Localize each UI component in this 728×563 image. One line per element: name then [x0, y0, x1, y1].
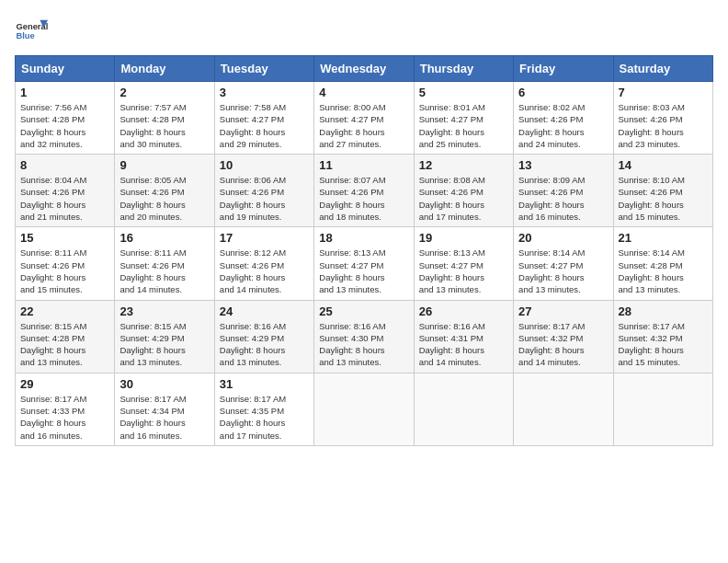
calendar-cell: 25Sunrise: 8:16 AM Sunset: 4:30 PM Dayli…: [314, 300, 414, 373]
calendar-cell: 20Sunrise: 8:14 AM Sunset: 4:27 PM Dayli…: [514, 227, 613, 300]
calendar-cell: 4Sunrise: 8:00 AM Sunset: 4:27 PM Daylig…: [314, 82, 414, 155]
calendar-cell: 11Sunrise: 8:07 AM Sunset: 4:26 PM Dayli…: [314, 155, 414, 227]
calendar-cell: [314, 373, 414, 445]
day-info: Sunrise: 8:16 AM Sunset: 4:31 PM Dayligh…: [419, 320, 508, 369]
day-number: 29: [20, 377, 109, 391]
calendar-cell: 14Sunrise: 8:10 AM Sunset: 4:26 PM Dayli…: [613, 155, 712, 227]
logo-icon: General Blue: [15, 15, 48, 48]
calendar-cell: 13Sunrise: 8:09 AM Sunset: 4:26 PM Dayli…: [514, 155, 613, 227]
day-info: Sunrise: 8:14 AM Sunset: 4:28 PM Dayligh…: [619, 247, 708, 295]
calendar-cell: 10Sunrise: 8:06 AM Sunset: 4:26 PM Dayli…: [214, 155, 313, 227]
calendar-cell: 2Sunrise: 7:57 AM Sunset: 4:28 PM Daylig…: [115, 82, 214, 155]
day-number: 30: [119, 377, 209, 391]
calendar-cell: 27Sunrise: 8:17 AM Sunset: 4:32 PM Dayli…: [514, 300, 613, 373]
day-info: Sunrise: 8:14 AM Sunset: 4:27 PM Dayligh…: [518, 247, 608, 295]
day-number: 25: [319, 304, 408, 318]
week-row-5: 29Sunrise: 8:17 AM Sunset: 4:33 PM Dayli…: [16, 373, 713, 445]
day-info: Sunrise: 7:56 AM Sunset: 4:28 PM Dayligh…: [20, 101, 109, 150]
day-number: 31: [220, 377, 309, 391]
calendar-cell: [613, 373, 712, 445]
calendar-cell: 18Sunrise: 8:13 AM Sunset: 4:27 PM Dayli…: [314, 227, 414, 300]
day-number: 21: [619, 231, 708, 245]
day-number: 22: [20, 304, 109, 318]
day-info: Sunrise: 8:07 AM Sunset: 4:26 PM Dayligh…: [319, 174, 408, 223]
day-info: Sunrise: 8:13 AM Sunset: 4:27 PM Dayligh…: [319, 247, 408, 295]
calendar-table: SundayMondayTuesdayWednesdayThursdayFrid…: [15, 55, 713, 446]
day-info: Sunrise: 8:17 AM Sunset: 4:33 PM Dayligh…: [20, 393, 109, 442]
day-number: 27: [518, 304, 608, 318]
calendar-cell: 29Sunrise: 8:17 AM Sunset: 4:33 PM Dayli…: [16, 373, 115, 445]
day-number: 17: [220, 231, 309, 245]
weekday-header-tuesday: Tuesday: [214, 56, 313, 82]
day-number: 13: [518, 158, 608, 172]
calendar-cell: 5Sunrise: 8:01 AM Sunset: 4:27 PM Daylig…: [414, 82, 513, 155]
calendar-cell: 30Sunrise: 8:17 AM Sunset: 4:34 PM Dayli…: [115, 373, 214, 445]
calendar-cell: 6Sunrise: 8:02 AM Sunset: 4:26 PM Daylig…: [514, 82, 613, 155]
day-number: 7: [619, 86, 708, 99]
day-info: Sunrise: 8:15 AM Sunset: 4:28 PM Dayligh…: [20, 320, 109, 369]
day-number: 23: [119, 304, 209, 318]
day-info: Sunrise: 8:10 AM Sunset: 4:26 PM Dayligh…: [619, 174, 708, 223]
weekday-header-monday: Monday: [115, 56, 214, 82]
calendar-cell: 3Sunrise: 7:58 AM Sunset: 4:27 PM Daylig…: [214, 82, 313, 155]
calendar-cell: 22Sunrise: 8:15 AM Sunset: 4:28 PM Dayli…: [16, 300, 115, 373]
calendar-cell: 28Sunrise: 8:17 AM Sunset: 4:32 PM Dayli…: [613, 300, 712, 373]
day-number: 16: [119, 231, 209, 245]
page-header: General Blue: [15, 15, 713, 48]
day-info: Sunrise: 8:13 AM Sunset: 4:27 PM Dayligh…: [419, 247, 508, 295]
calendar-cell: [414, 373, 513, 445]
day-number: 9: [119, 158, 209, 172]
svg-text:Blue: Blue: [16, 31, 34, 40]
week-row-4: 22Sunrise: 8:15 AM Sunset: 4:28 PM Dayli…: [16, 300, 713, 373]
weekday-header-friday: Friday: [514, 56, 613, 82]
day-info: Sunrise: 8:11 AM Sunset: 4:26 PM Dayligh…: [20, 247, 109, 295]
day-info: Sunrise: 8:03 AM Sunset: 4:26 PM Dayligh…: [619, 101, 708, 150]
day-number: 3: [220, 86, 309, 99]
day-number: 20: [518, 231, 608, 245]
day-number: 24: [220, 304, 309, 318]
day-number: 6: [518, 86, 608, 99]
day-number: 1: [20, 86, 109, 99]
logo: General Blue: [15, 15, 48, 48]
calendar-cell: 12Sunrise: 8:08 AM Sunset: 4:26 PM Dayli…: [414, 155, 513, 227]
weekday-header-saturday: Saturday: [613, 56, 712, 82]
day-info: Sunrise: 7:57 AM Sunset: 4:28 PM Dayligh…: [119, 101, 209, 150]
day-info: Sunrise: 8:09 AM Sunset: 4:26 PM Dayligh…: [518, 174, 608, 223]
day-number: 19: [419, 231, 508, 245]
day-number: 10: [220, 158, 309, 172]
day-number: 4: [319, 86, 408, 99]
day-info: Sunrise: 7:58 AM Sunset: 4:27 PM Dayligh…: [220, 101, 309, 150]
calendar-cell: 17Sunrise: 8:12 AM Sunset: 4:26 PM Dayli…: [214, 227, 313, 300]
day-number: 14: [619, 158, 708, 172]
week-row-2: 8Sunrise: 8:04 AM Sunset: 4:26 PM Daylig…: [16, 155, 713, 227]
calendar-cell: 8Sunrise: 8:04 AM Sunset: 4:26 PM Daylig…: [16, 155, 115, 227]
calendar-cell: 26Sunrise: 8:16 AM Sunset: 4:31 PM Dayli…: [414, 300, 513, 373]
day-info: Sunrise: 8:15 AM Sunset: 4:29 PM Dayligh…: [119, 320, 209, 369]
day-info: Sunrise: 8:01 AM Sunset: 4:27 PM Dayligh…: [419, 101, 508, 150]
day-info: Sunrise: 8:16 AM Sunset: 4:30 PM Dayligh…: [319, 320, 408, 369]
day-number: 18: [319, 231, 408, 245]
calendar-cell: 19Sunrise: 8:13 AM Sunset: 4:27 PM Dayli…: [414, 227, 513, 300]
day-info: Sunrise: 8:00 AM Sunset: 4:27 PM Dayligh…: [319, 101, 408, 150]
day-number: 8: [20, 158, 109, 172]
week-row-1: 1Sunrise: 7:56 AM Sunset: 4:28 PM Daylig…: [16, 82, 713, 155]
day-info: Sunrise: 8:12 AM Sunset: 4:26 PM Dayligh…: [220, 247, 309, 295]
calendar-cell: 1Sunrise: 7:56 AM Sunset: 4:28 PM Daylig…: [16, 82, 115, 155]
week-row-3: 15Sunrise: 8:11 AM Sunset: 4:26 PM Dayli…: [16, 227, 713, 300]
day-info: Sunrise: 8:05 AM Sunset: 4:26 PM Dayligh…: [119, 174, 209, 223]
day-number: 15: [20, 231, 109, 245]
calendar-cell: 9Sunrise: 8:05 AM Sunset: 4:26 PM Daylig…: [115, 155, 214, 227]
day-info: Sunrise: 8:17 AM Sunset: 4:32 PM Dayligh…: [518, 320, 608, 369]
day-info: Sunrise: 8:11 AM Sunset: 4:26 PM Dayligh…: [119, 247, 209, 295]
day-info: Sunrise: 8:17 AM Sunset: 4:35 PM Dayligh…: [220, 393, 309, 442]
day-info: Sunrise: 8:02 AM Sunset: 4:26 PM Dayligh…: [518, 101, 608, 150]
day-number: 26: [419, 304, 508, 318]
calendar-cell: 7Sunrise: 8:03 AM Sunset: 4:26 PM Daylig…: [613, 82, 712, 155]
weekday-header-wednesday: Wednesday: [314, 56, 414, 82]
day-number: 28: [619, 304, 708, 318]
day-info: Sunrise: 8:16 AM Sunset: 4:29 PM Dayligh…: [220, 320, 309, 369]
day-info: Sunrise: 8:06 AM Sunset: 4:26 PM Dayligh…: [220, 174, 309, 223]
day-number: 5: [419, 86, 508, 99]
day-number: 11: [319, 158, 408, 172]
calendar-cell: 24Sunrise: 8:16 AM Sunset: 4:29 PM Dayli…: [214, 300, 313, 373]
